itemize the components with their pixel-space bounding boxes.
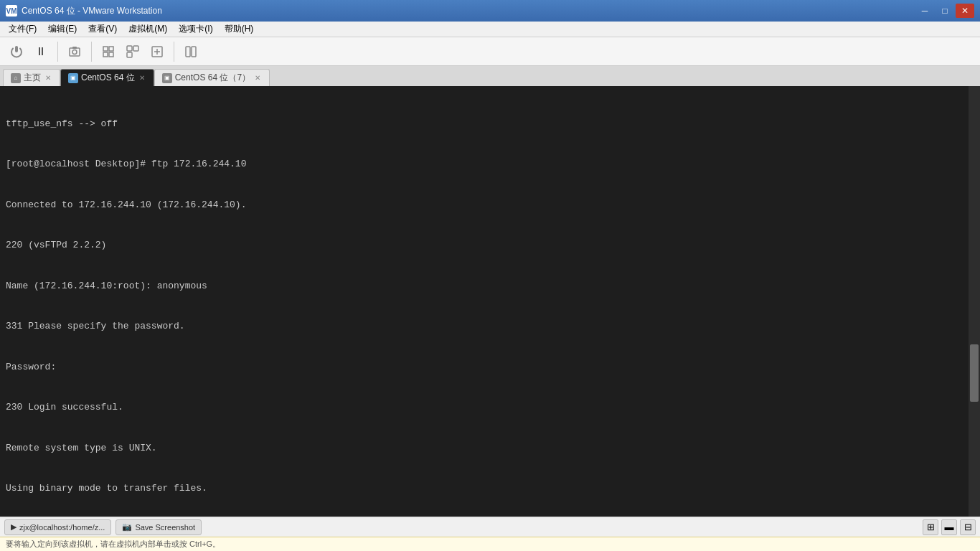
menu-file[interactable]: 文件(F)	[3, 22, 42, 37]
centos7-tab-icon: ▣	[162, 73, 172, 83]
statusbar-icon-1[interactable]: ⊞	[923, 519, 938, 535]
close-button[interactable]: ✕	[956, 4, 974, 18]
terminal-icon: ▶	[11, 522, 17, 532]
maximize-button[interactable]: □	[936, 4, 954, 18]
titlebar-left: VM CentOS 64 位 - VMware Workstation	[6, 5, 162, 17]
minimize-button[interactable]: ─	[915, 4, 934, 18]
statusbar-icon-2[interactable]: ▬	[941, 519, 957, 535]
scrollbar-thumb[interactable]	[970, 344, 979, 402]
tab-centos7-close[interactable]: ✕	[253, 73, 262, 83]
toolbar-grid-btn[interactable]	[180, 41, 202, 62]
tabbar: ⌂ 主页 ✕ ▣ CentOS 64 位 ✕ ▣ CentOS 64 位（7） …	[0, 66, 980, 86]
toolbar-separator-3	[174, 42, 174, 62]
statusbar-right: ⊞ ▬ ⊟	[923, 519, 976, 535]
hint-text: 要将输入定向到该虚拟机，请在虚拟机内部单击或按 Ctrl+G。	[6, 539, 220, 550]
screenshot-icon: 📷	[122, 522, 132, 532]
menu-edit[interactable]: 编辑(E)	[42, 22, 83, 37]
scrollbar-track[interactable]	[969, 86, 980, 517]
svg-rect-9	[133, 46, 138, 51]
statusbar: ▶ zjx@localhost:/home/z... 📷 Save Screen…	[0, 517, 980, 537]
tab-home-label: 主页	[24, 72, 41, 84]
menu-tabs[interactable]: 选项卡(I)	[173, 22, 218, 37]
menu-view[interactable]: 查看(V)	[83, 22, 123, 37]
menu-help[interactable]: 帮助(H)	[219, 22, 260, 37]
terminal-line-6: Password:	[6, 361, 963, 375]
terminal-line-1: [root@localhost Desktop]# ftp 172.16.244…	[6, 158, 963, 171]
svg-rect-6	[103, 52, 108, 57]
terminal-label: zjx@localhost:/home/z...	[19, 523, 105, 532]
svg-rect-0	[15, 46, 18, 52]
svg-rect-4	[103, 47, 108, 51]
svg-rect-3	[72, 47, 77, 49]
save-screenshot-button[interactable]: 📷 Save Screenshot	[116, 519, 202, 535]
toolbar-separator-2	[91, 42, 92, 62]
tab-centos-label: CentOS 64 位	[81, 72, 135, 84]
centos-tab-icon: ▣	[68, 73, 78, 83]
toolbar: ⏸	[0, 37, 980, 66]
toolbar-unity-btn[interactable]	[122, 41, 143, 62]
titlebar-controls: ─ □ ✕	[915, 4, 974, 18]
terminal-line-3: 220 (vsFTPd 2.2.2)	[6, 239, 963, 253]
svg-rect-15	[192, 47, 196, 57]
toolbar-separator-1	[57, 42, 58, 62]
app-icon: VM	[6, 5, 17, 17]
tab-centos[interactable]: ▣ CentOS 64 位 ✕	[60, 69, 154, 86]
titlebar-title: CentOS 64 位 - VMware Workstation	[22, 5, 162, 17]
tab-centos7-label: CentOS 64 位（7）	[175, 72, 250, 84]
svg-rect-10	[127, 52, 132, 57]
terminal-line-5: 331 Please specify the password.	[6, 320, 963, 334]
terminal-line-0: tftp_use_nfs --> off	[6, 118, 963, 131]
hintbar: 要将输入定向到该虚拟机，请在虚拟机内部单击或按 Ctrl+G。	[0, 537, 980, 551]
terminal-taskbar-item[interactable]: ▶ zjx@localhost:/home/z...	[4, 519, 111, 535]
tab-home[interactable]: ⌂ 主页 ✕	[3, 69, 60, 86]
toolbar-stretch-btn[interactable]	[146, 41, 168, 62]
terminal[interactable]: tftp_use_nfs --> off [root@localhost Des…	[0, 86, 969, 517]
main-area: tftp_use_nfs --> off [root@localhost Des…	[0, 86, 980, 517]
tab-home-close[interactable]: ✕	[44, 73, 52, 83]
toolbar-snapshot-btn[interactable]	[64, 41, 85, 62]
toolbar-power-btn[interactable]	[6, 41, 27, 62]
statusbar-icon-3[interactable]: ⊟	[960, 519, 976, 535]
home-tab-icon: ⌂	[11, 73, 21, 83]
svg-rect-14	[186, 47, 190, 57]
screenshot-label: Save Screenshot	[135, 523, 195, 532]
titlebar: VM CentOS 64 位 - VMware Workstation ─ □ …	[0, 0, 980, 22]
toolbar-pause-btn[interactable]: ⏸	[30, 41, 52, 62]
terminal-line-8: Remote system type is UNIX.	[6, 442, 963, 456]
terminal-line-9: Using binary mode to transfer files.	[6, 482, 963, 496]
terminal-line-4: Name (172.16.244.10:root): anonymous	[6, 280, 963, 293]
menu-vm[interactable]: 虚拟机(M)	[123, 22, 173, 37]
scrollbar-area[interactable]	[969, 86, 980, 517]
menubar: 文件(F) 编辑(E) 查看(V) 虚拟机(M) 选项卡(I) 帮助(H)	[0, 22, 980, 37]
terminal-line-7: 230 Login successful.	[6, 401, 963, 415]
toolbar-fullscreen-btn[interactable]	[98, 41, 119, 62]
svg-point-2	[72, 50, 77, 54]
svg-rect-8	[127, 46, 132, 51]
terminal-line-2: Connected to 172.16.244.10 (172.16.244.1…	[6, 199, 963, 212]
tab-centos7[interactable]: ▣ CentOS 64 位（7） ✕	[154, 69, 270, 86]
svg-rect-1	[70, 48, 80, 56]
svg-rect-5	[109, 47, 113, 51]
tab-centos-close[interactable]: ✕	[138, 73, 146, 83]
svg-rect-7	[109, 52, 113, 57]
